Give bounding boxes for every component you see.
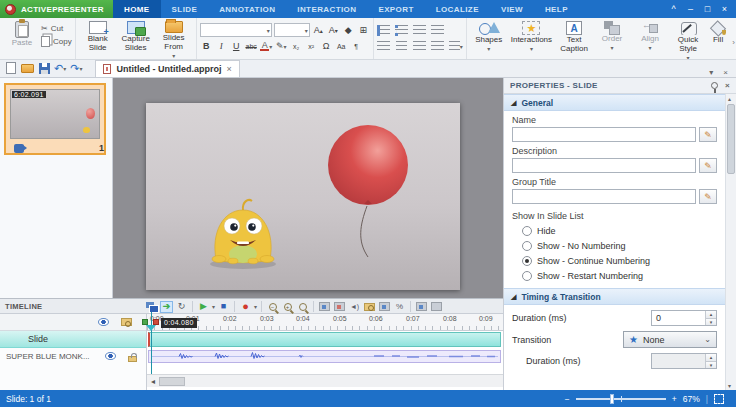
text-caption-button[interactable]: A Text Caption <box>555 20 593 55</box>
show-all-tracks-icon[interactable] <box>98 318 109 326</box>
edit-name-button[interactable]: ✎ <box>699 127 717 142</box>
decrease-indent-button[interactable] <box>413 23 426 37</box>
scroll-left-icon[interactable]: ◂ <box>147 377 159 386</box>
zoom-slider-thumb[interactable] <box>610 394 614 404</box>
blank-slide-button[interactable]: Blank Slide <box>79 20 117 54</box>
playhead-line[interactable] <box>151 312 152 374</box>
align-objects-button[interactable]: Align ▾ <box>631 20 669 52</box>
increase-indent-button[interactable] <box>431 23 444 37</box>
spin-down-icon[interactable]: ▾ <box>706 318 716 326</box>
slides-from-button[interactable]: Slides From ▾ <box>155 20 193 60</box>
slide-stage[interactable] <box>146 103 460 290</box>
record-button[interactable]: ● <box>239 301 252 313</box>
name-input[interactable] <box>512 127 696 142</box>
stop-button[interactable]: ■ <box>217 301 230 313</box>
timeline-hscrollbar[interactable]: ◂ <box>147 374 503 387</box>
transition-dropdown[interactable]: ★ None ⌄ <box>623 331 717 348</box>
close-button[interactable]: × <box>716 2 733 17</box>
track-visibility-icon[interactable] <box>105 352 116 360</box>
document-tab[interactable]: Untitled - Untitled.approj × <box>95 60 239 77</box>
superscript-button[interactable]: x² <box>305 39 318 53</box>
maximize-button[interactable]: □ <box>699 2 716 17</box>
snapshot-icon[interactable] <box>363 301 376 313</box>
interactions-button[interactable]: ★ Interactions ▾ <box>508 20 555 53</box>
edit-description-button[interactable]: ✎ <box>699 158 717 173</box>
copy-button[interactable]: Copy <box>41 36 72 47</box>
delete-time-icon[interactable] <box>333 301 346 313</box>
radio-option-2[interactable]: Show - Continue Numbering <box>522 253 717 268</box>
underline-button[interactable]: U <box>230 39 243 53</box>
numbered-list-button[interactable] <box>377 23 390 37</box>
description-input[interactable] <box>512 158 696 173</box>
preview-current-slide-icon[interactable]: ➔ <box>160 301 173 313</box>
order-button[interactable]: Order ▾ <box>593 20 631 52</box>
ribbon-overflow-icon[interactable]: › <box>732 38 735 47</box>
zoom-fit-icon[interactable] <box>296 301 309 313</box>
pane-close-icon[interactable]: × <box>723 68 728 77</box>
document-tab-close-icon[interactable]: × <box>226 64 231 74</box>
edit-group-title-button[interactable]: ✎ <box>699 189 717 204</box>
properties-scrollbar[interactable]: ▴ ▾ <box>725 94 736 390</box>
tab-localize[interactable]: LOCALIZE <box>425 0 490 18</box>
tab-slide[interactable]: SLIDE <box>161 0 209 18</box>
duration-value[interactable]: 0 <box>652 311 705 325</box>
tab-help[interactable]: HELP <box>534 0 579 18</box>
section-general[interactable]: ◢ General <box>504 94 725 111</box>
align-right-button[interactable] <box>413 39 426 53</box>
zoom-in-icon[interactable]: + <box>281 301 294 313</box>
font-color-button[interactable]: A▾ <box>260 39 273 53</box>
scroll-up-icon[interactable]: ▴ <box>728 95 731 102</box>
tab-home[interactable]: HOME <box>113 0 161 18</box>
pin-panel-icon[interactable] <box>711 82 718 89</box>
close-panel-icon[interactable]: × <box>725 81 730 90</box>
zoom-out-icon[interactable]: − <box>266 301 279 313</box>
fit-to-window-icon[interactable] <box>714 394 724 404</box>
italic-button[interactable]: I <box>215 39 228 53</box>
undo-button[interactable]: ↶▾ <box>54 61 66 75</box>
loop-playback-icon[interactable]: ↻ <box>175 301 188 313</box>
subscript-button[interactable]: x₂ <box>290 39 303 53</box>
playhead-handle[interactable] <box>146 325 156 331</box>
align-left-button[interactable] <box>377 39 390 53</box>
radio-option-3[interactable]: Show - Restart Numbering <box>522 268 717 283</box>
symbol-button[interactable]: Ω <box>320 39 333 53</box>
shrink-font-button[interactable]: A▾ <box>327 23 340 37</box>
radio-option-0[interactable]: Hide <box>522 223 717 238</box>
tab-view[interactable]: VIEW <box>490 0 534 18</box>
radio-option-1[interactable]: Show - No Numbering <box>522 238 717 253</box>
narration-icon[interactable] <box>415 301 428 313</box>
minimize-button[interactable]: – <box>682 2 699 17</box>
capture-slides-button[interactable]: Capture Slides <box>117 20 155 54</box>
split-icon[interactable] <box>378 301 391 313</box>
track-lock-icon[interactable] <box>128 356 137 362</box>
slide-thumbnail[interactable]: 6:02.091 1 <box>4 83 106 155</box>
audio-fade-icon[interactable]: ◄) <box>348 301 361 313</box>
save-button[interactable] <box>38 61 50 75</box>
justify-button[interactable] <box>431 39 444 53</box>
tab-interaction[interactable]: INTERACTION <box>286 0 367 18</box>
bold-button[interactable]: B <box>200 39 213 53</box>
line-spacing-button[interactable]: ▾ <box>449 39 463 53</box>
tab-annotation[interactable]: ANNOTATION <box>208 0 286 18</box>
zoom-in-button[interactable]: + <box>672 394 677 404</box>
open-button[interactable] <box>21 61 34 75</box>
strikethrough-button[interactable]: abc <box>245 39 258 53</box>
timeline-ruler[interactable]: 0:00 0:01 0:02 0:03 0:04 0:05 0:06 0:07 … <box>147 314 503 331</box>
lock-all-tracks-icon[interactable] <box>121 318 132 326</box>
font-size-select[interactable]: ▾ <box>274 23 310 37</box>
paste-button[interactable]: Paste <box>3 20 41 49</box>
collapse-ribbon-icon[interactable]: ^ <box>665 2 682 17</box>
play-button[interactable]: ▶ <box>197 301 210 313</box>
grow-font-button[interactable]: A▴ <box>312 23 325 37</box>
scrollbar-thumb[interactable] <box>727 104 735 174</box>
preview-all-slides-icon[interactable] <box>145 301 158 313</box>
quick-style-button[interactable]: Quick Style ▾ <box>669 20 707 60</box>
shapes-button[interactable]: Shapes ▾ <box>470 20 508 53</box>
border-icon[interactable]: ⊞ <box>357 23 370 37</box>
track-row-audio[interactable]: SUPER BLUE MONK... <box>0 348 146 365</box>
pane-options-icon[interactable]: ▾ <box>709 68 713 77</box>
hscrollbar-thumb[interactable] <box>159 377 185 386</box>
section-timing-transition[interactable]: ◢ Timing & Transition <box>504 288 725 305</box>
text-direction-button[interactable]: ¶ <box>350 39 363 53</box>
redo-button[interactable]: ↷▾ <box>70 61 82 75</box>
